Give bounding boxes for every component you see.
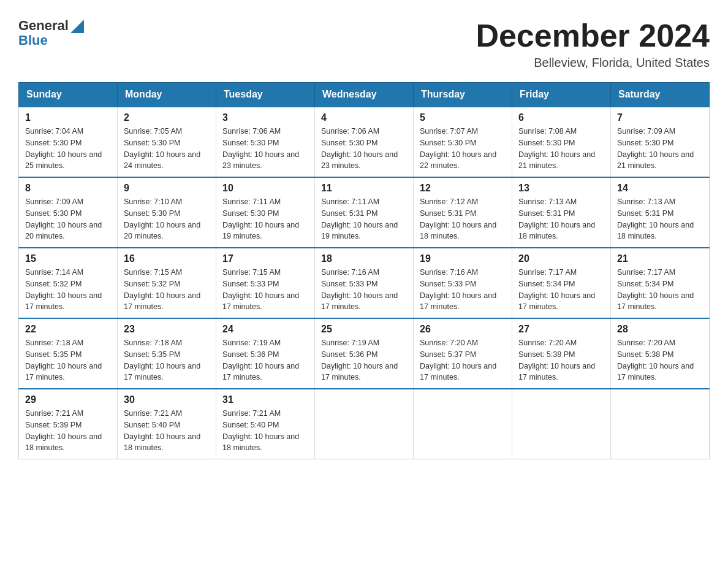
day-number: 24 xyxy=(222,324,308,335)
calendar-cell: 30 Sunrise: 7:21 AM Sunset: 5:40 PM Dayl… xyxy=(118,389,216,459)
day-number: 13 xyxy=(518,183,604,194)
calendar-cell: 14 Sunrise: 7:13 AM Sunset: 5:31 PM Dayl… xyxy=(611,177,710,248)
calendar-week-row: 29 Sunrise: 7:21 AM Sunset: 5:39 PM Dayl… xyxy=(19,389,710,459)
day-info: Sunrise: 7:19 AM Sunset: 5:36 PM Dayligh… xyxy=(321,337,407,383)
day-number: 21 xyxy=(617,253,703,264)
calendar-cell: 27 Sunrise: 7:20 AM Sunset: 5:38 PM Dayl… xyxy=(512,318,611,389)
calendar-cell: 31 Sunrise: 7:21 AM Sunset: 5:40 PM Dayl… xyxy=(216,389,315,459)
calendar-cell: 3 Sunrise: 7:06 AM Sunset: 5:30 PM Dayli… xyxy=(216,107,315,177)
day-number: 10 xyxy=(222,183,308,194)
day-info: Sunrise: 7:13 AM Sunset: 5:31 PM Dayligh… xyxy=(518,196,604,242)
day-number: 30 xyxy=(124,394,210,405)
day-info: Sunrise: 7:15 AM Sunset: 5:33 PM Dayligh… xyxy=(222,267,308,313)
calendar-cell: 1 Sunrise: 7:04 AM Sunset: 5:30 PM Dayli… xyxy=(19,107,118,177)
day-info: Sunrise: 7:09 AM Sunset: 5:30 PM Dayligh… xyxy=(25,196,111,242)
day-info: Sunrise: 7:18 AM Sunset: 5:35 PM Dayligh… xyxy=(25,337,111,383)
day-info: Sunrise: 7:21 AM Sunset: 5:40 PM Dayligh… xyxy=(124,408,210,454)
day-info: Sunrise: 7:06 AM Sunset: 5:30 PM Dayligh… xyxy=(222,126,308,172)
page-header: General Blue December 2024 Belleview, Fl… xyxy=(18,18,710,70)
calendar-cell: 26 Sunrise: 7:20 AM Sunset: 5:37 PM Dayl… xyxy=(414,318,512,389)
day-info: Sunrise: 7:09 AM Sunset: 5:30 PM Dayligh… xyxy=(617,126,703,172)
day-info: Sunrise: 7:13 AM Sunset: 5:31 PM Dayligh… xyxy=(617,196,703,242)
day-number: 8 xyxy=(25,183,111,194)
calendar-table: SundayMondayTuesdayWednesdayThursdayFrid… xyxy=(18,82,710,459)
day-number: 6 xyxy=(518,112,604,123)
day-number: 28 xyxy=(617,324,703,335)
calendar-cell: 9 Sunrise: 7:10 AM Sunset: 5:30 PM Dayli… xyxy=(118,177,216,248)
calendar-cell: 17 Sunrise: 7:15 AM Sunset: 5:33 PM Dayl… xyxy=(216,248,315,318)
logo: General Blue xyxy=(18,18,84,48)
calendar-cell: 25 Sunrise: 7:19 AM Sunset: 5:36 PM Dayl… xyxy=(315,318,414,389)
calendar-cell xyxy=(611,389,710,459)
calendar-cell: 13 Sunrise: 7:13 AM Sunset: 5:31 PM Dayl… xyxy=(512,177,611,248)
day-number: 23 xyxy=(124,324,210,335)
day-number: 29 xyxy=(25,394,111,405)
day-number: 2 xyxy=(124,112,210,123)
logo-text-blue: Blue xyxy=(18,33,48,48)
col-header-tuesday: Tuesday xyxy=(216,83,315,107)
calendar-cell: 5 Sunrise: 7:07 AM Sunset: 5:30 PM Dayli… xyxy=(414,107,512,177)
day-info: Sunrise: 7:17 AM Sunset: 5:34 PM Dayligh… xyxy=(518,267,604,313)
day-info: Sunrise: 7:19 AM Sunset: 5:36 PM Dayligh… xyxy=(222,337,308,383)
day-info: Sunrise: 7:07 AM Sunset: 5:30 PM Dayligh… xyxy=(420,126,506,172)
day-number: 25 xyxy=(321,324,407,335)
day-info: Sunrise: 7:04 AM Sunset: 5:30 PM Dayligh… xyxy=(25,126,111,172)
day-number: 19 xyxy=(420,253,506,264)
calendar-cell: 28 Sunrise: 7:20 AM Sunset: 5:38 PM Dayl… xyxy=(611,318,710,389)
day-number: 16 xyxy=(124,253,210,264)
day-number: 3 xyxy=(222,112,308,123)
day-number: 20 xyxy=(518,253,604,264)
calendar-cell: 24 Sunrise: 7:19 AM Sunset: 5:36 PM Dayl… xyxy=(216,318,315,389)
col-header-thursday: Thursday xyxy=(414,83,512,107)
day-info: Sunrise: 7:16 AM Sunset: 5:33 PM Dayligh… xyxy=(420,267,506,313)
day-number: 9 xyxy=(124,183,210,194)
title-area: December 2024 Belleview, Florida, United… xyxy=(476,18,710,70)
day-info: Sunrise: 7:12 AM Sunset: 5:31 PM Dayligh… xyxy=(420,196,506,242)
day-number: 7 xyxy=(617,112,703,123)
calendar-cell xyxy=(512,389,611,459)
day-info: Sunrise: 7:08 AM Sunset: 5:30 PM Dayligh… xyxy=(518,126,604,172)
day-info: Sunrise: 7:21 AM Sunset: 5:40 PM Dayligh… xyxy=(222,408,308,454)
calendar-cell: 8 Sunrise: 7:09 AM Sunset: 5:30 PM Dayli… xyxy=(19,177,118,248)
day-number: 11 xyxy=(321,183,407,194)
col-header-sunday: Sunday xyxy=(19,83,118,107)
col-header-monday: Monday xyxy=(118,83,216,107)
day-number: 1 xyxy=(25,112,111,123)
day-number: 18 xyxy=(321,253,407,264)
day-info: Sunrise: 7:20 AM Sunset: 5:38 PM Dayligh… xyxy=(617,337,703,383)
day-info: Sunrise: 7:10 AM Sunset: 5:30 PM Dayligh… xyxy=(124,196,210,242)
location-text: Belleview, Florida, United States xyxy=(476,56,710,70)
calendar-cell: 12 Sunrise: 7:12 AM Sunset: 5:31 PM Dayl… xyxy=(414,177,512,248)
day-info: Sunrise: 7:21 AM Sunset: 5:39 PM Dayligh… xyxy=(25,408,111,454)
day-number: 26 xyxy=(420,324,506,335)
col-header-friday: Friday xyxy=(512,83,611,107)
calendar-cell: 19 Sunrise: 7:16 AM Sunset: 5:33 PM Dayl… xyxy=(414,248,512,318)
day-number: 4 xyxy=(321,112,407,123)
day-number: 22 xyxy=(25,324,111,335)
calendar-cell: 29 Sunrise: 7:21 AM Sunset: 5:39 PM Dayl… xyxy=(19,389,118,459)
day-info: Sunrise: 7:06 AM Sunset: 5:30 PM Dayligh… xyxy=(321,126,407,172)
day-number: 17 xyxy=(222,253,308,264)
svg-marker-0 xyxy=(70,20,84,33)
day-number: 5 xyxy=(420,112,506,123)
month-title: December 2024 xyxy=(476,18,710,53)
calendar-cell: 23 Sunrise: 7:18 AM Sunset: 5:35 PM Dayl… xyxy=(118,318,216,389)
calendar-cell: 6 Sunrise: 7:08 AM Sunset: 5:30 PM Dayli… xyxy=(512,107,611,177)
calendar-week-row: 1 Sunrise: 7:04 AM Sunset: 5:30 PM Dayli… xyxy=(19,107,710,177)
day-info: Sunrise: 7:20 AM Sunset: 5:38 PM Dayligh… xyxy=(518,337,604,383)
col-header-wednesday: Wednesday xyxy=(315,83,414,107)
day-info: Sunrise: 7:15 AM Sunset: 5:32 PM Dayligh… xyxy=(124,267,210,313)
day-info: Sunrise: 7:17 AM Sunset: 5:34 PM Dayligh… xyxy=(617,267,703,313)
day-info: Sunrise: 7:14 AM Sunset: 5:32 PM Dayligh… xyxy=(25,267,111,313)
day-info: Sunrise: 7:16 AM Sunset: 5:33 PM Dayligh… xyxy=(321,267,407,313)
day-info: Sunrise: 7:20 AM Sunset: 5:37 PM Dayligh… xyxy=(420,337,506,383)
day-info: Sunrise: 7:18 AM Sunset: 5:35 PM Dayligh… xyxy=(124,337,210,383)
calendar-cell xyxy=(315,389,414,459)
calendar-week-row: 8 Sunrise: 7:09 AM Sunset: 5:30 PM Dayli… xyxy=(19,177,710,248)
calendar-cell: 16 Sunrise: 7:15 AM Sunset: 5:32 PM Dayl… xyxy=(118,248,216,318)
day-number: 27 xyxy=(518,324,604,335)
calendar-cell: 2 Sunrise: 7:05 AM Sunset: 5:30 PM Dayli… xyxy=(118,107,216,177)
day-number: 31 xyxy=(222,394,308,405)
calendar-week-row: 22 Sunrise: 7:18 AM Sunset: 5:35 PM Dayl… xyxy=(19,318,710,389)
calendar-cell: 15 Sunrise: 7:14 AM Sunset: 5:32 PM Dayl… xyxy=(19,248,118,318)
